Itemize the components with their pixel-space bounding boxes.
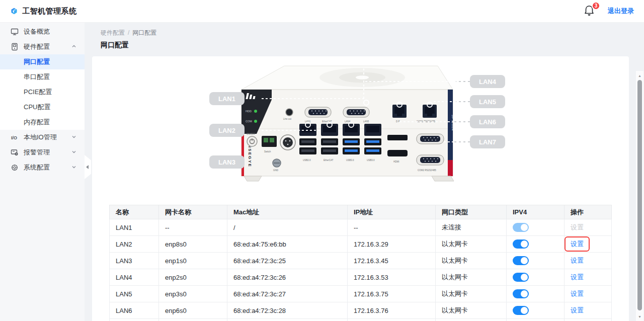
app-header: 工智机管理系统 3 退出登录 — [0, 0, 644, 23]
app-logo-icon — [10, 7, 18, 15]
sidebar-item-system-config[interactable]: 系统配置 — [0, 160, 85, 175]
device-model: SP7000H — [451, 115, 454, 131]
svg-text:COM2 RS232/485: COM2 RS232/485 — [418, 169, 436, 172]
table-row: LAN6 enp6s0 68:ed:a4:72:3c:28 172.16.3.7… — [110, 302, 612, 319]
sidebar-item-memory-config[interactable]: 内存配置 — [0, 115, 85, 130]
cell-type: 以太网卡 — [436, 302, 507, 319]
breadcrumb-parent[interactable]: 硬件配置 — [101, 29, 125, 36]
lan-usb-bank — [343, 124, 360, 154]
settings-link[interactable]: 设置 — [571, 273, 584, 281]
cell-name: LAN2 — [110, 236, 159, 253]
svg-text:HDMI: HDMI — [393, 160, 399, 163]
chevron-down-icon — [71, 134, 76, 139]
cell-ip: 172.16.3.76 — [348, 302, 436, 319]
ipv4-toggle[interactable] — [513, 256, 529, 265]
highlight-box: 设置 — [565, 236, 590, 252]
page-scrollbar: ▲ ▼ — [636, 71, 643, 321]
page-title: 网口配置 — [85, 37, 644, 50]
sidebar-item-label: 报警管理 — [24, 148, 50, 157]
sidebar-item-network-port-config[interactable]: 网口配置 — [0, 54, 85, 69]
cell-type: 以太网卡 — [436, 236, 507, 253]
sidebar-item-alarm-management[interactable]: 报警管理 — [0, 145, 85, 160]
cell-mac: / — [227, 219, 348, 236]
lan-label: LAN6 — [479, 118, 496, 126]
svg-text:USB2.0: USB2.0 — [303, 159, 311, 162]
lan-label: LAN7 — [479, 138, 496, 146]
chevron-down-icon — [71, 149, 76, 154]
sidebar-item-label: 系统配置 — [24, 163, 50, 172]
db9-serial-port — [343, 107, 369, 117]
cell-nic: -- — [159, 219, 227, 236]
lan-label: LAN4 — [479, 78, 497, 86]
column-header-ip: IP地址 — [348, 205, 436, 219]
notification-badge: 3 — [592, 2, 600, 10]
cell-type: 未连接 — [436, 219, 507, 236]
cell-nic: enp6s0 — [159, 302, 227, 319]
content-card: HDD COM SINSEGYE SP7000H Line out LAN1 E… — [92, 56, 629, 321]
sidebar-item-cpu-config[interactable]: CPU配置 — [0, 100, 85, 115]
ipv4-toggle[interactable] — [513, 239, 529, 249]
breadcrumb-separator: / — [128, 29, 129, 36]
logout-link[interactable]: 退出登录 — [608, 7, 634, 16]
scrollbar-up-arrow[interactable]: ▲ — [636, 72, 643, 79]
cell-ip: 172.16.3.75 — [348, 286, 436, 302]
cell-ip: 172.16.3.29 — [348, 236, 436, 253]
lan-label: LAN2 — [218, 127, 235, 134]
svg-text:USB3.0: USB3.0 — [346, 159, 354, 162]
ipv4-toggle[interactable] — [513, 306, 529, 315]
chevron-down-icon — [71, 165, 76, 170]
settings-link[interactable]: 设置 — [571, 257, 584, 264]
cell-ip: 172.16.3.53 — [348, 269, 436, 286]
rj45-port — [423, 105, 437, 118]
settings-link[interactable]: 设置 — [571, 240, 584, 248]
cell-ip: -- — [348, 219, 436, 236]
network-port-table: 名称 网卡名称 Mac地址 IP地址 网口类型 IPV4 操作 LAN1 -- … — [109, 205, 612, 321]
svg-text:GND: GND — [273, 169, 279, 172]
settings-link[interactable]: 设置 — [571, 290, 584, 297]
svg-text:HDD: HDD — [246, 110, 252, 113]
lan-label: LAN3 — [218, 158, 235, 166]
svg-text:USB3.0: USB3.0 — [367, 159, 375, 162]
cell-ip: 172.16.3.45 — [348, 253, 436, 269]
cell-type: 以太网卡 — [436, 269, 507, 286]
lan-label: LAN1 — [218, 95, 235, 103]
cell-mac: 68:ed:a4:72:3c:28 — [227, 302, 348, 319]
cell-name: LAN3 — [110, 253, 159, 269]
breadcrumb-current: 网口配置 — [132, 29, 156, 36]
ipv4-toggle[interactable] — [513, 289, 529, 298]
table-row: LAN1 -- / -- 未连接 设置 — [110, 219, 612, 236]
submenu-label: CPU配置 — [24, 103, 50, 112]
sidebar-item-hardware-config[interactable]: 硬件配置 — [0, 39, 85, 54]
sidebar-item-serial-port-config[interactable]: 串口配置 — [0, 69, 85, 85]
column-header-action: 操作 — [565, 205, 612, 219]
svg-text:LAN5: LAN5 — [363, 120, 369, 123]
cell-name: LAN4 — [110, 269, 159, 286]
rj45-port — [392, 105, 407, 118]
brand: 工智机管理系统 — [10, 7, 77, 16]
sidebar-item-pcie-config[interactable]: PCIE配置 — [0, 85, 85, 100]
cell-mac: 68:ed:a4:72:3c:26 — [227, 269, 348, 286]
ipv4-toggle[interactable] — [513, 273, 529, 282]
sidebar-item-device-overview[interactable]: 设备概览 — [0, 24, 85, 39]
ipv4-toggle[interactable] — [513, 223, 529, 232]
cell-mac: 68:ed:a4:72:3c:27 — [227, 286, 348, 302]
table-row: LAN2 enp8s0 68:ed:a4:75:e6:bb 172.16.3.2… — [110, 236, 612, 253]
svg-text:COM: COM — [246, 120, 252, 123]
collapse-arrow-icon — [86, 165, 89, 169]
svg-text:I/O: I/O — [11, 135, 17, 140]
submenu-label: 串口配置 — [24, 72, 50, 82]
settings-link[interactable]: 设置 — [571, 306, 584, 314]
svg-text:Switch: Switch — [264, 150, 271, 153]
notifications-button[interactable]: 3 — [584, 5, 597, 18]
sidebar-item-local-io-management[interactable]: I/O 本地IO管理 — [0, 130, 85, 145]
cell-name: LAN1 — [110, 219, 159, 236]
lan-usb-bank — [321, 124, 338, 154]
db9-serial-port — [417, 134, 444, 144]
scrollbar-thumb[interactable] — [637, 80, 642, 310]
scrollbar-down-arrow[interactable]: ▼ — [636, 313, 643, 320]
hardware-config-submenu: 网口配置 串口配置 PCIE配置 CPU配置 内存配置 — [0, 54, 85, 130]
lan-usb-bank — [364, 124, 381, 154]
cell-mac: 68:ed:a4:72:3c:25 — [227, 253, 348, 269]
db9-serial-port — [417, 155, 444, 165]
svg-text:D P: D P — [396, 120, 400, 123]
